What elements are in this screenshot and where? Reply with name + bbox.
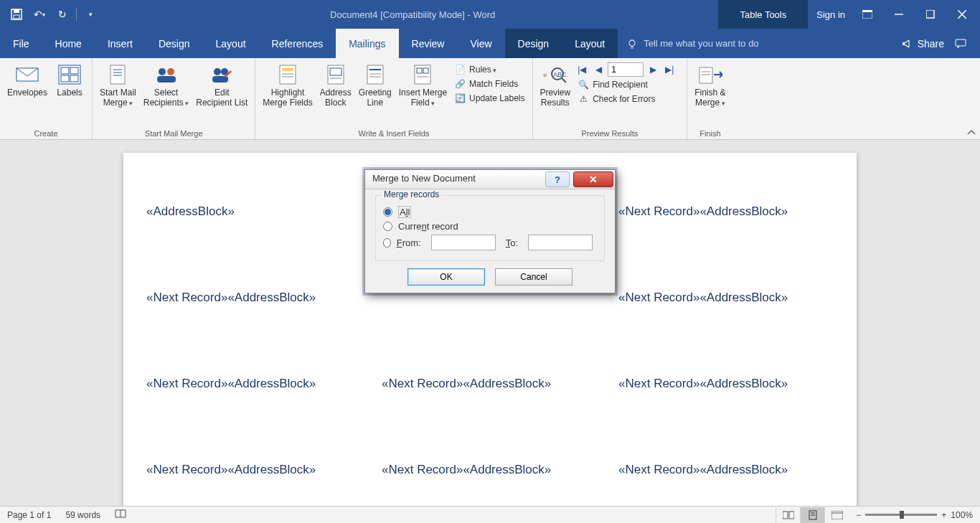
greeting-icon (365, 64, 385, 85)
next-record-button[interactable]: ▶ (646, 62, 660, 77)
radio-from[interactable] (383, 238, 391, 248)
radio-current[interactable] (383, 222, 392, 231)
dialog-close-button[interactable]: ✕ (573, 171, 613, 187)
zoom-out-button[interactable]: − (856, 510, 861, 520)
label-cell[interactable]: «Next Record»«AddressBlock» (146, 377, 316, 391)
label-cell[interactable]: «AddressBlock» (146, 204, 235, 219)
svg-rect-12 (903, 42, 905, 45)
match-fields-button[interactable]: 🔗Match Fields (451, 77, 527, 90)
group-start-mail-merge: Start Mail Merge Select Recipients Edit … (93, 58, 255, 139)
tab-design[interactable]: Design (146, 29, 203, 58)
label-cell[interactable]: «Next Record»«AddressBlock» (146, 463, 316, 477)
minimize-button[interactable] (890, 5, 908, 24)
finish-merge-button[interactable]: Finish & Merge (692, 60, 728, 108)
ribbon: Envelopes Labels Create Start Mail Merge… (0, 58, 980, 140)
insert-merge-field-button[interactable]: Insert Merge Field (396, 60, 450, 108)
word-count[interactable]: 59 words (58, 510, 108, 520)
share-button[interactable]: Share (902, 38, 944, 50)
tab-table-design[interactable]: Design (505, 29, 562, 58)
zoom-thumb[interactable] (900, 511, 904, 519)
share-icon (902, 38, 913, 50)
redo-button[interactable]: ↻ (53, 5, 72, 24)
zoom-in-button[interactable]: + (941, 510, 946, 520)
label-cell[interactable]: «Next Record»«AddressBlock» (618, 377, 788, 391)
save-icon (11, 9, 22, 20)
radio-all[interactable] (383, 207, 392, 217)
dialog-titlebar[interactable]: Merge to New Document ? ✕ (365, 170, 615, 189)
labels-button[interactable]: Labels (52, 60, 88, 98)
address-block-button[interactable]: Address Block (317, 60, 354, 108)
find-recipient-button[interactable]: 🔍Find Recipient (575, 78, 682, 91)
tab-references[interactable]: References (259, 29, 336, 58)
from-input[interactable] (431, 235, 496, 250)
check-errors-button[interactable]: ⚠Check for Errors (575, 93, 682, 105)
save-button[interactable] (7, 5, 26, 24)
envelopes-button[interactable]: Envelopes (4, 60, 50, 98)
tab-home[interactable]: Home (42, 29, 95, 58)
svg-text:«: « (543, 71, 547, 79)
tab-mailings[interactable]: Mailings (336, 29, 398, 58)
tab-review[interactable]: Review (399, 29, 458, 58)
label-cell[interactable]: «Next Record»«AddressBlock» (146, 291, 316, 305)
print-layout-button[interactable] (800, 507, 824, 523)
rules-button[interactable]: 📄Rules (451, 63, 527, 76)
label-cell[interactable]: «Next Record»«AddressBlock» (382, 377, 551, 391)
first-record-button[interactable]: |◀ (575, 62, 589, 77)
ok-button[interactable]: OK (407, 268, 485, 286)
svg-point-24 (159, 68, 166, 75)
maximize-button[interactable] (921, 5, 940, 24)
preview-results-button[interactable]: «ABC» Preview Results (537, 60, 574, 108)
web-layout-button[interactable] (824, 507, 849, 523)
comments-button[interactable] (951, 34, 970, 53)
merge-records-label: Merge records (382, 189, 441, 199)
zoom-percent[interactable]: 100% (951, 510, 973, 520)
ribbon-display-options-button[interactable] (858, 5, 877, 24)
qat-customize-button[interactable]: ▾ (81, 5, 100, 24)
prev-record-button[interactable]: ◀ (591, 62, 606, 77)
ribbon-options-icon (862, 10, 872, 19)
update-labels-button[interactable]: 🔄Update Labels (451, 92, 527, 105)
document-icon (107, 64, 128, 85)
to-input[interactable] (528, 235, 593, 250)
svg-rect-30 (280, 65, 296, 84)
collapse-ribbon-button[interactable] (967, 129, 976, 138)
close-button[interactable] (953, 5, 971, 24)
group-write-label: Write & Insert Fields (260, 129, 527, 139)
radio-current-label: Current record (398, 221, 458, 232)
edit-recipient-list-button[interactable]: Edit Recipient List (193, 60, 250, 108)
tab-insert[interactable]: Insert (95, 29, 146, 58)
tab-table-layout[interactable]: Layout (562, 29, 618, 58)
tell-me-search[interactable]: Tell me what you want to do (618, 29, 891, 58)
last-record-button[interactable]: ▶| (662, 62, 677, 77)
undo-button[interactable]: ↶▾ (30, 5, 49, 24)
sign-in-link[interactable]: Sign in (816, 9, 845, 20)
start-mail-merge-button[interactable]: Start Mail Merge (97, 60, 139, 108)
highlight-merge-fields-button[interactable]: Highlight Merge Fields (260, 60, 315, 108)
label-cell[interactable]: «Next Record»«AddressBlock» (618, 463, 788, 477)
radio-current-row[interactable]: Current record (383, 221, 597, 232)
radio-from-label: From: (397, 237, 421, 248)
proofing-button[interactable] (108, 509, 133, 521)
radio-all-row[interactable]: All (383, 206, 597, 218)
label-cell[interactable]: «Next Record»«AddressBlock» (618, 204, 788, 219)
radio-from-row[interactable]: From: To: (383, 235, 597, 250)
greeting-line-button[interactable]: Greeting Line (356, 60, 395, 108)
record-number-input[interactable] (608, 62, 644, 77)
tab-view[interactable]: View (457, 29, 504, 58)
dialog-help-button[interactable]: ? (545, 171, 570, 187)
page-status[interactable]: Page 1 of 1 (0, 510, 58, 520)
insert-field-icon (413, 64, 433, 85)
read-mode-button[interactable] (776, 507, 800, 523)
cancel-button[interactable]: Cancel (495, 268, 573, 286)
group-finish-label: Finish (692, 129, 728, 139)
select-recipients-button[interactable]: Select Recipients (141, 60, 192, 108)
svg-rect-15 (59, 65, 80, 84)
zoom-slider[interactable] (865, 514, 937, 516)
tab-layout[interactable]: Layout (203, 29, 259, 58)
label-cell[interactable]: «Next Record»«AddressBlock» (618, 291, 788, 305)
tab-file[interactable]: File (0, 29, 42, 58)
tell-me-placeholder: Tell me what you want to do (644, 38, 758, 49)
dialog-title: Merge to New Document (365, 170, 544, 189)
svg-rect-55 (783, 512, 788, 519)
label-cell[interactable]: «Next Record»«AddressBlock» (382, 463, 551, 477)
